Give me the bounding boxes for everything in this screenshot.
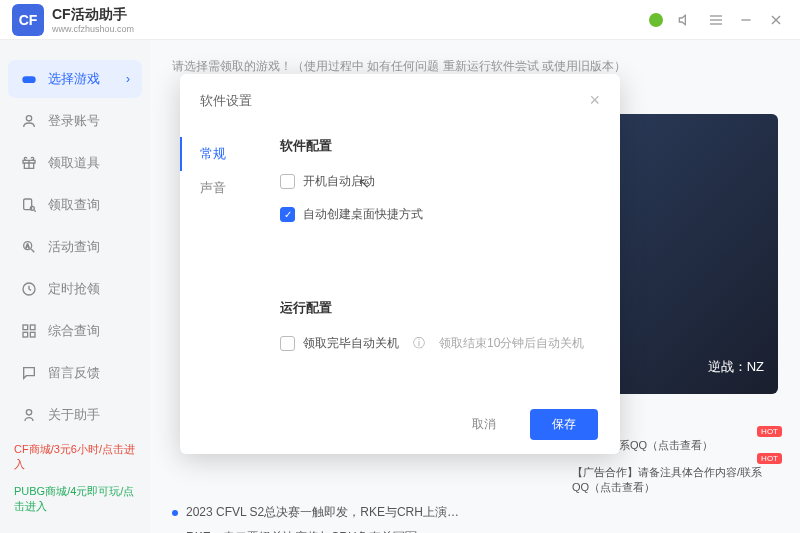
checkbox-unchecked-icon[interactable]	[280, 174, 295, 189]
option-shortcut-label: 自动创建桌面快捷方式	[303, 206, 423, 223]
option-autostart[interactable]: 开机自动启动 ↖	[280, 173, 590, 190]
checkbox-checked-icon[interactable]: ✓	[280, 207, 295, 222]
save-button[interactable]: 保存	[530, 409, 598, 440]
option-shortcut[interactable]: ✓ 自动创建桌面快捷方式	[280, 206, 590, 223]
cursor-icon: ↖	[358, 175, 370, 191]
help-text: 领取结束10分钟后自动关机	[439, 335, 584, 352]
tab-general[interactable]: 常规	[180, 137, 250, 171]
modal-tabs: 常规 声音	[180, 119, 250, 395]
section-software-config: 软件配置	[280, 137, 590, 155]
checkbox-unchecked-icon[interactable]	[280, 336, 295, 351]
tab-sound[interactable]: 声音	[180, 171, 250, 205]
modal-title: 软件设置	[200, 92, 252, 110]
cancel-button[interactable]: 取消	[450, 409, 518, 440]
section-run-config: 运行配置	[280, 299, 590, 317]
help-icon: ⓘ	[413, 335, 425, 352]
modal-close-button[interactable]: ×	[589, 90, 600, 111]
settings-modal: 软件设置 × 常规 声音 软件配置 开机自动启动 ↖ ✓ 自动创建桌面快捷方式	[180, 74, 620, 454]
modal-overlay: 软件设置 × 常规 声音 软件配置 开机自动启动 ↖ ✓ 自动创建桌面快捷方式	[0, 0, 800, 533]
option-shutdown-label: 领取完毕自动关机	[303, 335, 399, 352]
option-shutdown[interactable]: 领取完毕自动关机	[280, 335, 399, 352]
modal-panel: 软件配置 开机自动启动 ↖ ✓ 自动创建桌面快捷方式 运行配置 领取完毕自动关机	[250, 119, 620, 395]
